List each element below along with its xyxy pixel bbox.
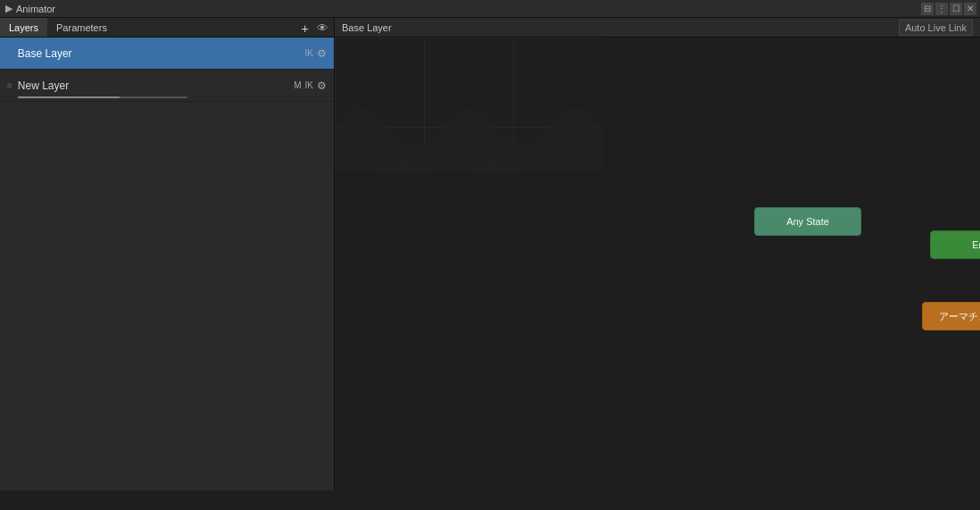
entry-label: Entry	[972, 239, 980, 250]
ik-badge: IK	[305, 48, 313, 58]
layer-item-base[interactable]: ≡ Base Layer IK ⚙	[0, 38, 334, 70]
layer-name-new: New Layer	[18, 79, 294, 92]
canvas-header: Base Layer Auto Live Link	[335, 18, 980, 38]
window-title: Animator	[16, 4, 55, 14]
armature-label: アーマチュア|アップ	[939, 310, 980, 323]
panel-tab-bar: Layers Parameters + 👁	[0, 18, 334, 38]
add-layer-button[interactable]: +	[301, 20, 309, 35]
state-entry[interactable]: Entry	[930, 230, 980, 259]
state-armature[interactable]: アーマチュア|アップ	[922, 302, 980, 330]
window-controls: ⊟ ⋮ ☐ ✕	[921, 3, 976, 15]
canvas-grid	[335, 38, 602, 171]
canvas-area: Base Layer Auto Live Link	[335, 18, 980, 490]
layer-settings-icon-new[interactable]: ⚙	[317, 79, 327, 92]
layer-item-new[interactable]: ≡ New Layer M IK ⚙	[0, 70, 334, 102]
layer-badges-base: IK	[305, 48, 313, 58]
drag-handle-icon-new: ≡	[7, 80, 12, 90]
more-button[interactable]: ⋮	[935, 3, 948, 15]
eye-icon[interactable]: 👁	[317, 21, 328, 34]
any-state-label: Any State	[786, 216, 829, 227]
state-any-state[interactable]: Any State	[754, 207, 861, 236]
minimize-button[interactable]: ⊟	[921, 3, 934, 15]
drag-handle-icon: ≡	[7, 48, 12, 58]
maximize-button[interactable]: ☐	[950, 3, 962, 15]
title-bar: ▶ Animator ⊟ ⋮ ☐ ✕	[0, 0, 980, 18]
left-panel: Layers Parameters + 👁 ≡ Base Layer IK ⚙ …	[0, 18, 335, 490]
layer-progress	[18, 96, 187, 98]
m-badge: M	[294, 80, 301, 90]
tab-parameters[interactable]: Parameters	[47, 18, 116, 37]
layer-badges-new: M IK	[294, 80, 313, 90]
ik-badge-new: IK	[305, 80, 313, 90]
layer-settings-icon-base[interactable]: ⚙	[317, 47, 327, 60]
auto-live-link-button[interactable]: Auto Live Link	[899, 20, 973, 36]
tab-layers[interactable]: Layers	[0, 18, 47, 37]
canvas-breadcrumb: Base Layer	[342, 22, 392, 33]
canvas-content[interactable]: Any State Entry Exit アーマチュア|アップ	[335, 38, 980, 490]
main-layout: Layers Parameters + 👁 ≡ Base Layer IK ⚙ …	[0, 18, 980, 490]
animator-pin-icon: ▶	[5, 3, 12, 14]
layer-progress-bar	[18, 96, 120, 98]
layer-name-base: Base Layer	[18, 47, 305, 60]
close-button[interactable]: ✕	[964, 3, 976, 15]
